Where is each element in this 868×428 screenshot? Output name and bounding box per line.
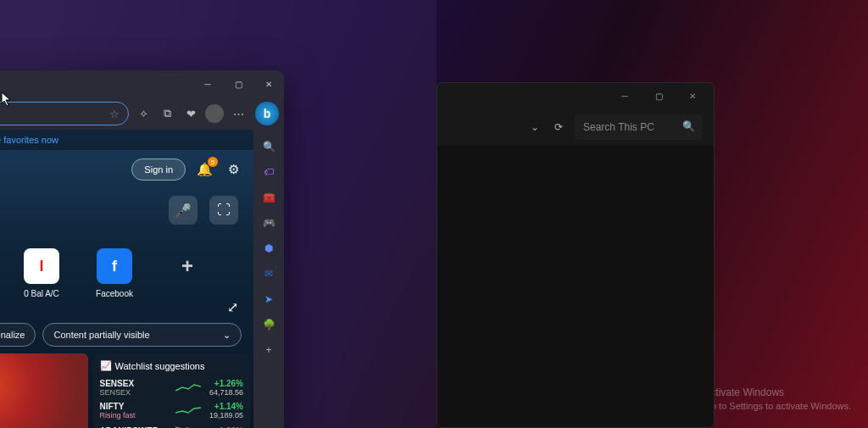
close-button[interactable]: ✕ — [253, 70, 284, 97]
send-sidebar-icon[interactable]: ➤ — [260, 291, 277, 308]
chevron-down-icon[interactable]: ⌄ — [527, 120, 542, 135]
search-icon[interactable]: 🔍 — [682, 120, 695, 132]
favorites-icon[interactable]: ✧ — [134, 104, 153, 123]
explorer-titlebar[interactable]: ─ ▢ ✕ — [437, 83, 714, 108]
stock-row[interactable]: NIFTYRising fast +1.14%19,189.05 — [100, 399, 244, 422]
profile-avatar[interactable] — [205, 104, 224, 123]
expand-icon[interactable]: ⤢ — [227, 299, 238, 315]
tile-label: 0 Bal A/C — [24, 289, 59, 298]
tile-icon: I — [24, 248, 59, 284]
stock-row[interactable]: SENSEXSENSEX +1.26%64,718.56 — [100, 376, 244, 399]
quick-links-row: B. king.com I 0 Bal A/C f Facebook + — [0, 248, 253, 298]
chevron-down-icon: ⌄ — [223, 330, 231, 341]
minimize-button[interactable]: ─ — [192, 70, 223, 97]
watermark-sub: Go to Settings to activate Windows. — [704, 400, 851, 413]
sign-in-button[interactable]: Sign in — [131, 158, 186, 181]
shopping-sidebar-icon[interactable]: 🏷 — [260, 164, 277, 181]
new-tab-page: bar. Manage favorites now Sign in 🔔5 ⚙ 🎤… — [0, 130, 253, 428]
office-sidebar-icon[interactable]: ⬢ — [260, 240, 277, 257]
refresh-icon[interactable]: ⟳ — [551, 120, 566, 135]
voice-search-icon[interactable]: 🎤 — [169, 196, 198, 225]
edge-toolbar: ☆ ✧ ⧉ ❤ ⋯ b — [0, 97, 284, 130]
heart-icon[interactable]: ❤ — [181, 104, 200, 123]
plus-icon: + — [170, 248, 205, 284]
add-sidebar-icon[interactable]: + — [260, 342, 277, 359]
personalize-button[interactable]: ✦Personalize — [0, 323, 36, 347]
edge-titlebar[interactable]: ─ ▢ ✕ — [0, 70, 284, 97]
watchlist-title: 📈Watchlist suggestions — [100, 360, 244, 371]
chart-icon: 📈 — [100, 360, 112, 371]
favorites-bar-hint: bar. Manage favorites now — [0, 130, 253, 150]
watermark-title: Activate Windows — [704, 386, 851, 400]
games-sidebar-icon[interactable]: 🎮 — [260, 214, 277, 231]
sparkline-icon — [175, 425, 201, 428]
sparkline-icon — [175, 405, 201, 417]
tree-sidebar-icon[interactable]: 🌳 — [260, 316, 277, 333]
quick-link-tile[interactable]: f Facebook — [95, 248, 134, 298]
search-sidebar-icon[interactable]: 🔍 — [260, 138, 277, 155]
news-image — [0, 353, 88, 428]
content-visibility-dropdown[interactable]: Content partially visible⌄ — [42, 323, 242, 347]
watchlist-card[interactable]: 📈Watchlist suggestions SENSEXSENSEX +1.2… — [93, 353, 251, 428]
add-quick-link-button[interactable]: + — [168, 248, 207, 298]
close-button[interactable]: ✕ — [680, 86, 705, 105]
explorer-body[interactable] — [437, 146, 714, 427]
settings-gear-icon[interactable]: ⚙ — [223, 159, 243, 180]
explorer-toolbar: ⌄ ⟳ 🔍 — [437, 108, 714, 146]
minimize-button[interactable]: ─ — [612, 86, 637, 105]
stock-row[interactable]: ADANIPOWER -1.88% — [100, 422, 244, 428]
edge-sidebar: 🔍 🏷 🧰 🎮 ⬢ ✉ ➤ 🌳 + — [253, 130, 284, 428]
tile-label: Facebook — [96, 289, 133, 298]
file-explorer-window[interactable]: ─ ▢ ✕ ⌄ ⟳ 🔍 — [437, 82, 715, 428]
sparkline-icon — [175, 382, 201, 394]
news-card[interactable] — [0, 353, 88, 428]
tools-sidebar-icon[interactable]: 🧰 — [260, 189, 277, 206]
maximize-button[interactable]: ▢ — [646, 86, 671, 105]
edge-browser-window[interactable]: ─ ▢ ✕ ☆ ✧ ⧉ ❤ ⋯ b bar. Manage favorites … — [0, 70, 284, 428]
more-icon[interactable]: ⋯ — [229, 104, 248, 123]
bing-chat-icon[interactable]: b — [255, 102, 279, 125]
outlook-sidebar-icon[interactable]: ✉ — [260, 265, 277, 282]
tile-icon: f — [97, 248, 132, 284]
maximize-button[interactable]: ▢ — [223, 70, 253, 97]
collections-icon[interactable]: ⧉ — [158, 104, 176, 123]
manage-favorites-link[interactable]: Manage favorites now — [0, 135, 58, 145]
notification-badge: 5 — [208, 157, 218, 167]
notifications-bell-icon[interactable]: 🔔5 — [194, 159, 214, 180]
favorite-star-icon[interactable]: ☆ — [109, 108, 120, 120]
address-bar[interactable]: ☆ — [0, 102, 129, 125]
image-search-icon[interactable]: ⛶ — [209, 196, 238, 225]
activate-windows-watermark: Activate Windows Go to Settings to activ… — [704, 386, 851, 413]
quick-link-tile[interactable]: I 0 Bal A/C — [22, 248, 61, 298]
